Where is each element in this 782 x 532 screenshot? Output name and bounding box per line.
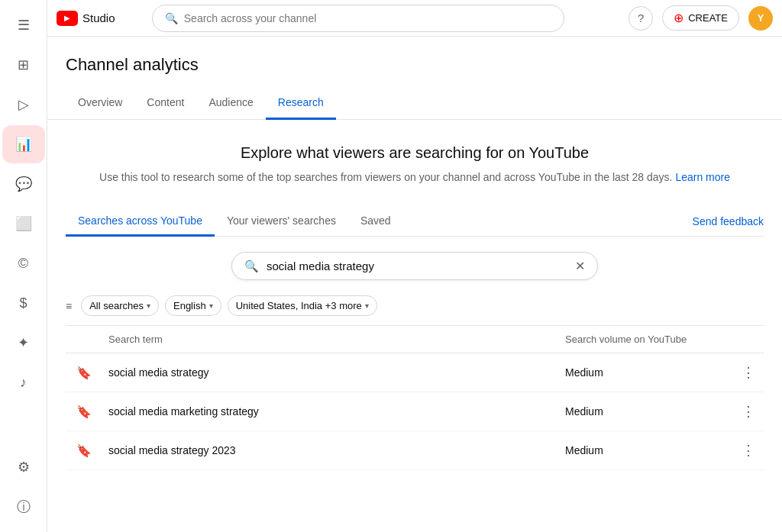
research-hero: Explore what viewers are searching for o… (66, 144, 764, 185)
sidebar-item-settings[interactable]: ⚙ (2, 448, 45, 486)
brand-name: Studio (82, 11, 115, 24)
create-icon: ⊕ (674, 11, 683, 25)
tab-research[interactable]: Research (266, 87, 336, 120)
col-header-term: Search term (102, 334, 565, 345)
volume-1: Medium (565, 405, 733, 418)
research-search-icon: 🔍 (244, 260, 259, 273)
video-icon: ▷ (18, 98, 29, 111)
tab-content[interactable]: Content (134, 87, 196, 120)
sidebar-item-audio[interactable]: ♪ (2, 363, 45, 401)
main-area: Studio 🔍 ? ⊕ CREATE Y Channel analytics … (47, 0, 782, 532)
term-0: social media strategy (102, 366, 565, 379)
topbar-search[interactable]: 🔍 (152, 5, 564, 32)
table-row: 🔖 social media strategy 2023 Medium ⋮ (66, 431, 764, 470)
sidebar-item-home[interactable]: ⊞ (2, 46, 45, 84)
sidebar-item-analytics[interactable]: 📊 (2, 125, 45, 163)
filter-icon: ≡ (66, 300, 72, 312)
term-1: social media marketing strategy (102, 405, 565, 418)
sidebar-item-help[interactable]: ⓘ (2, 488, 45, 526)
sub-tabs: Searches across YouTube Your viewers' se… (66, 207, 764, 237)
hero-description: Use this tool to research some of the to… (66, 169, 764, 185)
hero-title: Explore what viewers are searching for o… (66, 144, 764, 162)
copyright-icon: © (18, 256, 28, 270)
subtitles-icon: ⬜ (15, 217, 32, 231)
send-feedback-button[interactable]: Send feedback (693, 208, 764, 235)
sub-tab-saved[interactable]: Saved (348, 207, 403, 237)
topbar-right: ? ⊕ CREATE Y (629, 5, 773, 31)
research-section: Explore what viewers are searching for o… (47, 120, 782, 470)
research-search-box: 🔍 ✕ (231, 252, 598, 280)
dashboard-icon: ⊞ (18, 58, 29, 72)
filter-english[interactable]: English ▾ (165, 295, 221, 316)
topbar: Studio 🔍 ? ⊕ CREATE Y (47, 0, 782, 37)
sidebar-item-subtitles[interactable]: ⬜ (2, 205, 45, 243)
sub-tab-viewer-searches[interactable]: Your viewers' searches (215, 207, 348, 237)
earn-icon: $ (19, 296, 27, 310)
logo: Studio (57, 11, 115, 26)
create-label: CREATE (688, 12, 728, 24)
bookmark-icon-2[interactable]: 🔖 (66, 443, 102, 458)
help-button[interactable]: ? (629, 6, 653, 31)
research-search-input[interactable] (267, 260, 567, 272)
research-search-area: 🔍 ✕ (66, 252, 764, 280)
sidebar-item-copyright[interactable]: © (2, 244, 45, 282)
topbar-search-input[interactable] (184, 12, 551, 24)
filter-location-arrow: ▾ (365, 301, 369, 310)
sidebar-item-earn[interactable]: $ (2, 284, 45, 322)
menu-icon: ☰ (18, 18, 30, 32)
filter-all-arrow: ▾ (147, 301, 150, 310)
filter-all-searches[interactable]: All searches ▾ (81, 295, 159, 316)
avatar[interactable]: Y (748, 6, 773, 31)
analytics-icon: 📊 (15, 137, 32, 151)
filters-bar: ≡ All searches ▾ English ▾ United States… (66, 295, 764, 316)
help-icon: ⓘ (17, 500, 31, 514)
table-row: 🔖 social media marketing strategy Medium… (66, 392, 764, 431)
content-area: Channel analytics Overview Content Audie… (47, 37, 782, 532)
more-button-2[interactable]: ⋮ (733, 442, 764, 459)
bookmark-icon-0[interactable]: 🔖 (66, 366, 102, 380)
sidebar-item-video[interactable]: ▷ (2, 85, 45, 124)
results-table: Search term Search volume on YouTube 🔖 s… (66, 325, 764, 470)
create-button[interactable]: ⊕ CREATE (662, 5, 739, 31)
page-header: Channel analytics (47, 37, 782, 75)
clear-search-button[interactable]: ✕ (575, 259, 585, 273)
sidebar-item-comments[interactable]: 💬 (2, 165, 45, 203)
filter-english-arrow: ▾ (209, 301, 213, 310)
volume-0: Medium (565, 366, 733, 379)
sidebar-item-customize[interactable]: ✦ (2, 324, 45, 362)
settings-icon: ⚙ (18, 460, 30, 474)
table-row: 🔖 social media strategy Medium ⋮ (66, 353, 764, 392)
more-button-0[interactable]: ⋮ (733, 364, 764, 381)
learn-more-link[interactable]: Learn more (675, 171, 730, 183)
customize-icon: ✦ (18, 336, 29, 350)
page-title: Channel analytics (66, 55, 764, 75)
bookmark-icon-1[interactable]: 🔖 (66, 405, 102, 419)
youtube-logo-icon (57, 11, 78, 26)
main-tabs: Overview Content Audience Research (47, 87, 782, 120)
table-header: Search term Search volume on YouTube (66, 326, 764, 353)
col-header-volume: Search volume on YouTube (565, 334, 733, 345)
comments-icon: 💬 (15, 177, 32, 191)
volume-2: Medium (565, 444, 733, 456)
audio-icon: ♪ (20, 376, 27, 389)
sidebar: ☰ ⊞ ▷ 📊 💬 ⬜ © $ ✦ ♪ ⚙ ⓘ (0, 0, 47, 532)
sub-tab-yt-searches[interactable]: Searches across YouTube (66, 207, 215, 237)
tab-audience[interactable]: Audience (196, 87, 265, 120)
topbar-search-icon: 🔍 (165, 12, 178, 24)
filter-location[interactable]: United States, India +3 more ▾ (228, 295, 377, 316)
more-button-1[interactable]: ⋮ (733, 403, 764, 420)
tab-overview[interactable]: Overview (66, 87, 134, 120)
sidebar-item-menu[interactable]: ☰ (2, 6, 45, 44)
term-2: social media strategy 2023 (102, 444, 565, 456)
